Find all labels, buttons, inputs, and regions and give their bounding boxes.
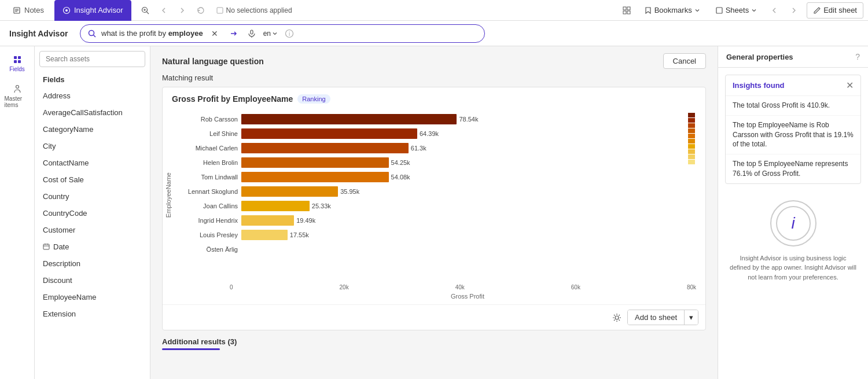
tab-notes[interactable]: Notes [5,0,52,21]
field-item-date[interactable]: Date [35,238,150,255]
language-selector[interactable]: en [263,30,278,38]
bar-container: 35.95k [241,185,687,198]
bar-container: 64.39k [241,127,687,140]
legend-bar-7 [688,144,695,149]
insights-found-title: Insights found [733,81,785,90]
chart-bar-row: Helen Brolin54.25k [174,156,687,169]
field-item-city[interactable]: City [35,138,150,154]
field-item-employeename[interactable]: EmployeeName [35,289,150,306]
field-item-extension[interactable]: Extension [35,306,150,322]
chart-bar-row: Louis Presley17.55k [174,229,687,241]
add-to-sheet-label[interactable]: Add to sheet [628,310,684,325]
svg-rect-23 [18,56,21,59]
zoom-icon[interactable] [138,3,152,17]
svg-rect-14 [627,11,630,14]
insight-item-3: The top 5 EmployeeName represents 76.1% … [726,154,860,183]
info-circle-inner: i [776,206,811,241]
chart-card: Gross Profit by EmployeeName Ranking Emp… [162,87,706,330]
field-item-categoryname[interactable]: CategoryName [35,121,150,138]
bar-container: 78.54k [241,113,687,126]
bookmarks-button[interactable]: Bookmarks [639,2,705,19]
search-bar-container: what is the profit by employee ✕ en i [80,24,485,43]
topbar: Notes Insight Advisor No selections appl… [0,0,868,21]
add-to-sheet-dropdown[interactable]: ▾ [684,310,698,325]
back-icon[interactable] [157,3,171,17]
fields-icon-item[interactable]: Fields [2,51,32,76]
bar-container: 25.33k [241,200,687,212]
info-illustration: i Insight Advisor is using business logi… [718,191,868,292]
chart-bar-row: Leif Shine64.39k [174,127,687,140]
microphone-button[interactable] [245,27,259,41]
legend-bar-1 [688,113,695,117]
cancel-button[interactable]: Cancel [663,53,706,69]
bar-value-label: 17.55k [290,231,309,238]
general-properties-header: General properties ? [718,46,868,68]
search-assets-input[interactable] [39,51,145,67]
legend-bar-2 [688,118,695,123]
info-circle-outer: i [770,200,816,246]
field-item-countrycode[interactable]: CountryCode [35,205,150,222]
bar-label: Lennart Skoglund [174,188,238,195]
field-item-customer[interactable]: Customer [35,222,150,238]
field-item-country[interactable]: Country [35,188,150,205]
search-submit-button[interactable] [226,27,240,41]
info-letter: i [791,214,795,233]
bar-label: Rob Carsson [174,116,238,123]
insights-close-button[interactable]: ✕ [846,80,854,91]
matching-result-label: Matching result [150,73,718,82]
center-content: Natural language question Cancel Matchin… [150,46,718,379]
topbar-right-actions: Bookmarks Sheets Edit sheet [620,2,863,19]
search-clear-button[interactable]: ✕ [208,27,222,41]
field-item-address[interactable]: Address [35,87,150,104]
insight-icon [62,6,71,14]
info-button[interactable]: i [282,27,296,41]
sheets-button[interactable]: Sheets [711,2,762,19]
bar-label: Joan Callins [174,203,238,209]
legend-bar-5 [688,134,695,138]
bar-value-label: 54.08k [391,174,410,181]
prev-sheet-icon[interactable] [767,3,781,17]
chart-inner: Rob Carsson78.54kLeif Shine64.39kMichael… [174,108,687,262]
svg-rect-15 [716,8,722,13]
edit-sheet-button[interactable]: Edit sheet [807,2,863,19]
field-item-contactname[interactable]: ContactName [35,154,150,171]
legend-bar-4 [688,128,695,133]
x-axis-label: Gross Profit [230,293,705,300]
reload-icon[interactable] [194,3,208,17]
bar-fill [241,128,417,139]
legend-bar-8 [688,149,695,154]
forward-icon[interactable] [175,3,189,17]
bar-container: 54.08k [241,171,687,183]
svg-rect-27 [43,244,49,249]
tab-insight-advisor[interactable]: Insight Advisor [54,0,131,21]
main-layout: Fields Master items Fields Address Avera… [0,46,868,379]
bar-container: 19.49k [241,214,687,227]
insight-tab-label: Insight Advisor [74,6,123,14]
x-axis-ticks: 0 20k 40k 60k 80k [163,282,696,290]
left-panel: Fields Master items Fields Address Avera… [0,46,150,379]
next-sheet-icon[interactable] [787,3,801,17]
add-to-sheet-button[interactable]: Add to sheet ▾ [627,310,698,325]
chart-bar-row: Joan Callins25.33k [174,200,687,212]
grid-icon[interactable] [620,3,634,17]
bar-fill [241,143,409,153]
chart-bar-row: Rob Carsson78.54k [174,113,687,126]
svg-rect-18 [251,30,253,34]
svg-rect-13 [623,11,626,14]
settings-icon[interactable] [611,312,623,323]
search-bar-icon [87,29,97,38]
left-icon-sidebar: Fields Master items [0,46,35,379]
chart-header: Gross Profit by EmployeeName Ranking [163,87,705,108]
field-item-averagecallsatisfaction[interactable]: AverageCallSatisfaction [35,104,150,121]
field-item-description[interactable]: Description [35,255,150,272]
svg-text:i: i [289,31,290,37]
bar-value-label: 54.25k [391,159,410,166]
master-items-icon-item[interactable]: Master items [2,80,32,112]
svg-rect-12 [627,7,630,10]
field-item-discount[interactable]: Discount [35,272,150,289]
field-item-costofsale[interactable]: Cost of Sale [35,171,150,188]
legend-bar-10 [688,160,695,164]
svg-point-5 [65,9,68,12]
help-icon[interactable]: ? [855,52,860,61]
fields-icon [12,54,23,65]
